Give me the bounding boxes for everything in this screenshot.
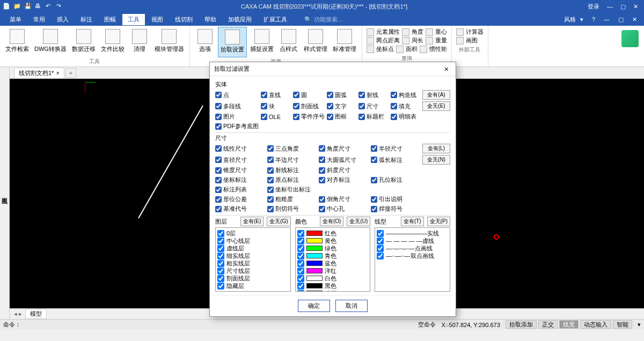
- filter-checkbox[interactable]: 块: [261, 102, 291, 110]
- quick-access[interactable]: 📄 📁 💾 🖶 ↶ ↷: [3, 3, 64, 10]
- filter-checkbox[interactable]: 引出说明: [371, 195, 421, 203]
- filter-checkbox[interactable]: 孔位标注: [371, 176, 421, 184]
- status-toggle[interactable]: 拾取添加: [506, 320, 537, 329]
- ribbon-button[interactable]: 模块管理器: [152, 27, 186, 57]
- filter-checkbox[interactable]: 剖面线: [293, 102, 325, 110]
- color-item[interactable]: 黄色: [297, 237, 369, 244]
- none-ltype-button[interactable]: 全无(P): [427, 217, 450, 226]
- filter-checkbox[interactable]: 构造线: [391, 91, 421, 99]
- none-layers-button[interactable]: 全无(G): [267, 217, 290, 226]
- all-colors-button[interactable]: 全有(O): [320, 217, 343, 226]
- filter-checkbox[interactable]: 大圆弧尺寸: [319, 156, 369, 164]
- filter-checkbox[interactable]: 坐标标注: [215, 176, 265, 184]
- close-doc-icon[interactable]: ✕: [630, 15, 640, 24]
- ribbon-button[interactable]: 文件比较: [99, 27, 127, 57]
- dropdown-icon[interactable]: ▾: [638, 321, 641, 328]
- qat-icon[interactable]: 🖶: [35, 3, 42, 10]
- filter-checkbox[interactable]: 角度尺寸: [319, 145, 369, 153]
- all-dim-button[interactable]: 全有(L): [422, 144, 450, 153]
- ribbon-small[interactable]: 画图: [466, 36, 478, 45]
- filter-checkbox[interactable]: 原点标注: [267, 176, 317, 184]
- tab-nav[interactable]: ◂ ▸: [14, 310, 22, 317]
- ribbon-small[interactable]: 周长: [412, 36, 423, 45]
- layer-item[interactable]: 粗实线层: [217, 260, 289, 267]
- doc-tab[interactable]: 线切割文档1*×: [14, 68, 64, 78]
- tab-annotate[interactable]: 标注: [75, 14, 98, 25]
- filter-checkbox[interactable]: 标题栏: [358, 113, 389, 121]
- filter-checkbox[interactable]: 半边尺寸: [267, 156, 317, 164]
- ltype-item[interactable]: —·—·—·—点画线: [377, 244, 448, 252]
- filter-checkbox[interactable]: 粗糙度: [267, 195, 317, 203]
- layer-item[interactable]: 0层: [217, 229, 289, 237]
- ribbon-small[interactable]: 元素属性: [376, 28, 400, 36]
- qat-icon[interactable]: 📄: [3, 3, 10, 10]
- filter-checkbox[interactable]: 点: [215, 91, 259, 99]
- filter-checkbox[interactable]: 圆: [293, 91, 325, 99]
- maximize-icon[interactable]: ▢: [617, 2, 629, 11]
- filter-checkbox[interactable]: 标注列表: [215, 186, 265, 194]
- none-dim-button[interactable]: 全无(N): [422, 155, 450, 165]
- ribbon-button[interactable]: DWG转换器: [32, 27, 69, 57]
- filter-checkbox[interactable]: 尺寸: [358, 102, 389, 110]
- color-item[interactable]: 黑色: [297, 282, 369, 290]
- all-ltype-button[interactable]: 全有(T): [401, 217, 424, 226]
- filter-checkbox[interactable]: 明细表: [391, 113, 421, 121]
- ribbon-button[interactable]: 数据迁移: [70, 27, 98, 57]
- filter-checkbox[interactable]: 射线: [358, 91, 389, 99]
- filter-checkbox[interactable]: 剖切符号: [267, 205, 317, 213]
- min-ribbon-icon[interactable]: —: [601, 15, 612, 24]
- filter-checkbox[interactable]: 文字: [327, 102, 357, 110]
- filter-checkbox[interactable]: 射线标注: [267, 166, 317, 174]
- filter-checkbox[interactable]: 锥度尺寸: [215, 166, 265, 174]
- style-menu[interactable]: 风格 ▾: [559, 14, 586, 25]
- filter-checkbox[interactable]: 斜度尺寸: [319, 166, 369, 174]
- add-tab-button[interactable]: +: [65, 68, 76, 78]
- filter-checkbox[interactable]: PDF参考底图: [215, 122, 259, 130]
- help-icon[interactable]: ?: [589, 15, 598, 24]
- color-item[interactable]: 红色: [297, 229, 369, 237]
- restore-icon[interactable]: ▢: [616, 15, 626, 24]
- tab-menu[interactable]: 菜单: [4, 14, 27, 25]
- layer-item[interactable]: 细实线层: [217, 252, 289, 260]
- model-tab[interactable]: 模型: [25, 309, 47, 319]
- filter-checkbox[interactable]: 零件序号: [293, 113, 325, 121]
- layer-item[interactable]: 隐藏层: [217, 282, 289, 290]
- layer-item[interactable]: 虚线层: [217, 244, 289, 252]
- filter-checkbox[interactable]: 基准代号: [215, 205, 265, 213]
- filter-checkbox[interactable]: 填充: [391, 102, 421, 110]
- status-toggle[interactable]: 动态输入: [580, 320, 611, 329]
- layer-item[interactable]: 尺寸线层: [217, 267, 289, 275]
- status-toggle[interactable]: 正交: [538, 320, 558, 329]
- filter-checkbox[interactable]: 线性尺寸: [215, 145, 265, 153]
- all-entity-button[interactable]: 全有(A): [422, 90, 450, 100]
- qat-icon[interactable]: ↷: [56, 3, 64, 10]
- layer-item[interactable]: 剖面线层: [217, 275, 289, 282]
- none-entity-button[interactable]: 全无(E): [422, 101, 450, 111]
- filter-checkbox[interactable]: 形位公差: [215, 195, 265, 203]
- ltype-item[interactable]: — — — — —虚线: [377, 237, 448, 244]
- ltype-item[interactable]: ———————实线: [377, 229, 448, 237]
- ribbon-button[interactable]: 样式管理: [302, 27, 330, 57]
- close-dialog-icon[interactable]: ×: [442, 65, 451, 73]
- tab-tools[interactable]: 工具: [122, 14, 145, 25]
- ribbon-small[interactable]: 重量: [435, 36, 447, 45]
- color-item[interactable]: 青色: [297, 252, 369, 260]
- qat-icon[interactable]: ↶: [46, 3, 53, 10]
- ribbon-button[interactable]: 点样式: [277, 27, 301, 57]
- color-item[interactable]: 洋红: [297, 267, 369, 275]
- qat-icon[interactable]: 📁: [13, 3, 21, 10]
- qat-icon[interactable]: 💾: [24, 3, 32, 10]
- filter-checkbox[interactable]: 对齐标注: [319, 176, 369, 184]
- tab-help[interactable]: 帮助: [199, 14, 222, 25]
- ribbon-small[interactable]: 两点距离: [376, 36, 400, 45]
- status-toggle[interactable]: 智能: [613, 320, 632, 329]
- close-icon[interactable]: ✕: [630, 2, 641, 11]
- filter-checkbox[interactable]: OLE: [261, 114, 291, 120]
- tab-addin[interactable]: 加载应用: [223, 14, 257, 25]
- minimize-icon[interactable]: —: [604, 2, 616, 11]
- filter-checkbox[interactable]: 半径尺寸: [371, 145, 421, 153]
- ribbon-small[interactable]: 坐标点: [376, 45, 394, 53]
- filter-checkbox[interactable]: 三点角度: [267, 145, 317, 153]
- left-panel[interactable]: 主视图图库: [0, 67, 10, 319]
- ltype-item[interactable]: —··—··—双点画线: [377, 252, 448, 260]
